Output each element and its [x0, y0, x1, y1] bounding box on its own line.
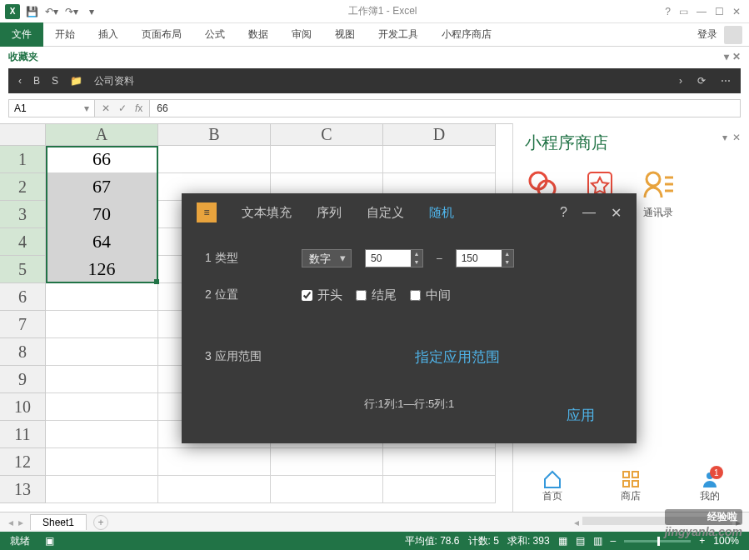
select-all-corner[interactable]	[0, 124, 46, 146]
row-header[interactable]: 7	[0, 311, 46, 338]
cell[interactable]	[46, 338, 158, 366]
row-header[interactable]: 8	[0, 338, 46, 366]
fav-close-icon[interactable]: ✕	[732, 51, 741, 62]
dlg-pos-mid[interactable]: 中间	[410, 288, 451, 303]
name-box[interactable]: A1 ▾	[8, 99, 95, 118]
hscroll-left-icon[interactable]: ◂	[574, 517, 579, 528]
row-header[interactable]: 2	[0, 173, 46, 201]
pane-shop-button[interactable]: 商店	[621, 469, 641, 503]
dlg-help-icon[interactable]: ?	[560, 205, 567, 221]
cell[interactable]	[383, 146, 496, 173]
pane-home-button[interactable]: 首页	[542, 469, 562, 503]
accept-formula-icon[interactable]: ✓	[118, 102, 127, 114]
row-header[interactable]: 6	[0, 283, 46, 311]
zoom-out-icon[interactable]: –	[611, 535, 617, 547]
col-header-a[interactable]: A	[46, 124, 158, 146]
row-header[interactable]: 10	[0, 393, 46, 421]
cell-a1[interactable]: 66	[46, 146, 158, 173]
cell-a3[interactable]: 70	[46, 201, 158, 228]
cell[interactable]	[46, 448, 158, 476]
cell[interactable]	[46, 393, 158, 421]
tab-layout[interactable]: 页面布局	[130, 22, 193, 47]
dlg-max-input[interactable]: 150▲▼	[456, 249, 514, 268]
cell[interactable]	[158, 448, 271, 476]
cell[interactable]	[383, 476, 496, 503]
cell[interactable]	[383, 448, 496, 476]
login-link[interactable]: 登录	[697, 28, 717, 42]
pane-close-icon[interactable]: ✕	[732, 132, 741, 143]
add-sheet-button[interactable]: +	[93, 515, 108, 530]
dlg-tab-custom[interactable]: 自定义	[367, 205, 404, 221]
dlg-min-input[interactable]: 50▲▼	[365, 249, 423, 268]
dlg-range-link[interactable]: 指定应用范围	[415, 349, 500, 365]
view-normal-icon[interactable]: ▦	[558, 535, 567, 547]
path-menu-icon[interactable]: ⋯	[721, 75, 731, 87]
view-break-icon[interactable]: ▥	[593, 535, 602, 547]
ribbon-options-icon[interactable]: ▭	[679, 6, 688, 18]
tab-review[interactable]: 审阅	[280, 22, 323, 47]
tab-home[interactable]: 开始	[43, 22, 87, 47]
cell[interactable]	[46, 283, 158, 311]
tab-view[interactable]: 视图	[323, 22, 367, 47]
save-button[interactable]: 💾	[23, 3, 40, 20]
cell-a5[interactable]: 126	[46, 256, 158, 283]
qat-customize[interactable]: ▾	[83, 3, 100, 20]
row-header[interactable]: 13	[0, 476, 46, 503]
tab-store[interactable]: 小程序商店	[430, 22, 503, 47]
cancel-formula-icon[interactable]: ✕	[102, 102, 110, 114]
tab-dev[interactable]: 开发工具	[367, 22, 430, 47]
cell[interactable]	[271, 476, 383, 503]
sheet-nav-next-icon[interactable]: ▸	[18, 517, 23, 528]
pane-contacts-icon[interactable]: 通讯录	[642, 168, 675, 220]
tab-formula[interactable]: 公式	[193, 22, 237, 47]
row-header[interactable]: 3	[0, 201, 46, 228]
cell-a2[interactable]: 67	[46, 173, 158, 201]
row-header[interactable]: 12	[0, 448, 46, 476]
pane-dropdown-icon[interactable]: ▾	[722, 132, 727, 143]
col-header-d[interactable]: D	[383, 124, 496, 146]
formula-input[interactable]: 66	[150, 99, 741, 118]
dlg-close-icon[interactable]: ✕	[611, 205, 622, 221]
row-header[interactable]: 1	[0, 146, 46, 173]
row-header[interactable]: 9	[0, 366, 46, 393]
dlg-tab-random[interactable]: 随机	[429, 205, 454, 221]
path-s[interactable]: S	[52, 75, 58, 87]
col-header-c[interactable]: C	[271, 124, 383, 146]
path-folder[interactable]: 公司资料	[94, 74, 134, 88]
cell[interactable]	[46, 311, 158, 338]
row-header[interactable]: 4	[0, 228, 46, 256]
cell[interactable]	[46, 366, 158, 393]
path-b[interactable]: B	[33, 75, 40, 87]
sheet-tab-1[interactable]: Sheet1	[30, 514, 87, 530]
tab-insert[interactable]: 插入	[87, 22, 130, 47]
dlg-pos-end[interactable]: 结尾	[356, 288, 397, 303]
macro-record-icon[interactable]: ▣	[45, 535, 54, 547]
row-header[interactable]: 11	[0, 421, 46, 448]
avatar[interactable]	[724, 26, 742, 44]
cell[interactable]	[158, 146, 271, 173]
minimize-icon[interactable]: —	[697, 6, 707, 18]
help-icon[interactable]: ?	[665, 6, 671, 18]
row-header[interactable]: 5	[0, 256, 46, 283]
cell[interactable]	[158, 476, 271, 503]
sheet-nav-prev-icon[interactable]: ◂	[8, 517, 13, 528]
dlg-tab-sequence[interactable]: 序列	[317, 205, 342, 221]
dlg-apply-button[interactable]: 应用	[567, 406, 595, 425]
dlg-minimize-icon[interactable]: —	[582, 205, 596, 221]
cell-a4[interactable]: 64	[46, 228, 158, 256]
view-layout-icon[interactable]: ▤	[576, 535, 585, 547]
dlg-pos-start[interactable]: 开头	[302, 288, 342, 303]
path-refresh-icon[interactable]: ⟳	[697, 75, 706, 87]
cell[interactable]	[46, 476, 158, 503]
dlg-tab-fill[interactable]: 文本填充	[242, 205, 292, 221]
cell[interactable]	[46, 421, 158, 448]
redo-button[interactable]: ↷▾	[63, 3, 80, 20]
undo-button[interactable]: ↶▾	[43, 3, 60, 20]
zoom-slider[interactable]	[624, 540, 691, 542]
namebox-dropdown-icon[interactable]: ▾	[84, 102, 89, 114]
tab-file[interactable]: 文件	[0, 22, 43, 47]
fx-icon[interactable]: fx	[135, 102, 142, 114]
dlg-type-select[interactable]: 数字	[302, 249, 352, 268]
maximize-icon[interactable]: ☐	[715, 6, 724, 18]
fav-dropdown-icon[interactable]: ▾	[724, 51, 729, 62]
